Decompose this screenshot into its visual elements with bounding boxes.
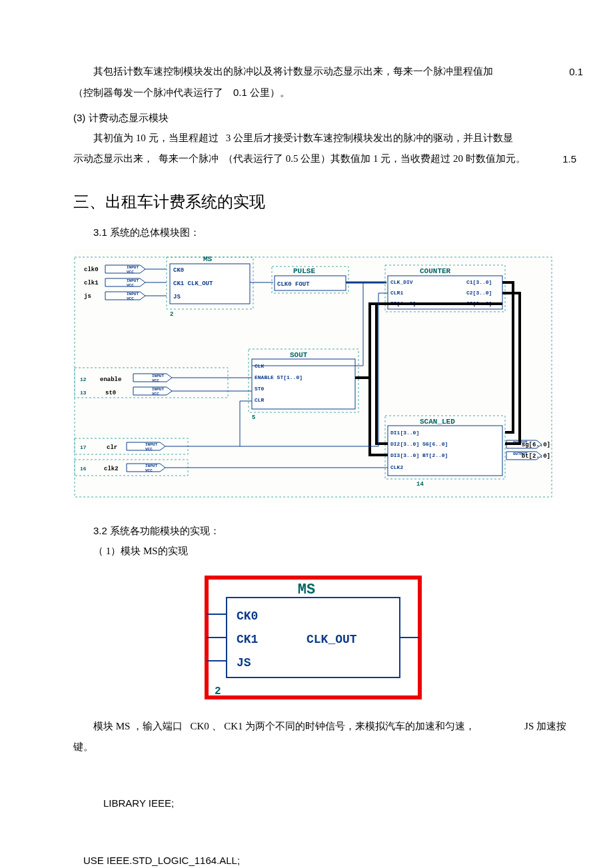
svg-text:DI3[3..0]  BT[2..0]: DI3[3..0] BT[2..0] [390,452,448,458]
svg-text:13: 13 [80,390,87,396]
p3-suffix: JS 加速按 [504,717,566,735]
svg-text:CK0: CK0 [173,267,184,274]
svg-text:C1[3..0]: C1[3..0] [466,279,492,285]
label-bt-out: bt[2..0] [522,453,550,460]
svg-text:SOUT: SOUT [290,351,308,359]
block-diagram-ms: MS CK0 CK1 CLK_OUT JS 2 [173,571,440,704]
svg-marker-10 [105,292,145,300]
p2-suffix: 1.5 [562,150,576,168]
label-sg-out: sg[6..0] [522,442,550,448]
p2-l2b: 每来一个脉冲 [159,153,219,164]
code-block: LIBRARY IEEE; USE IEEE.STD_LOGIC_1164.AL… [83,756,540,868]
paragraph-3-line1: 模块 MS ，输入端口 CK0 、 CK1 为两个不同的时钟信号，来模拟汽车的加… [73,717,540,735]
svg-text:INPUT: INPUT [145,442,157,447]
svg-text:VCC: VCC [127,296,134,301]
heading-section-3: 三、出租车计费系统的实现 [73,188,540,217]
p1-text: 其包括计数车速控制模块发出的脉冲以及将计数显示动态显示出来，每来一个脉冲里程值加 [93,66,493,77]
label-clr: clr [107,444,117,451]
svg-text:CLK_DIV: CLK_DIV [390,279,413,285]
svg-text:VCC: VCC [152,392,159,396]
block-diagram-overall: clk0 INPUT VCC clk1 INPUT VCC js INPUT V… [73,249,553,502]
svg-text:VCC: VCC [145,447,153,452]
paragraph-2-line2: 示动态显示出来， 每来一个脉冲 （代表运行了 0.5 公里）其数值加 1 元，当… [73,150,540,168]
label-clk0: clk0 [84,266,99,273]
svg-text:INPUT: INPUT [127,265,139,270]
p3-l1a: 模块 MS ，输入端口 [93,721,183,731]
section-3-2-1: （ 1）模块 MS的实现 [93,542,540,560]
label-clk1: clk1 [84,280,99,286]
svg-text:DI2[3..0]  SG[6..0]: DI2[3..0] SG[6..0] [390,441,448,447]
paragraph-1-line1: 其包括计数车速控制模块发出的脉冲以及将计数显示动态显示出来，每来一个脉冲里程值加… [73,63,540,81]
label-js: js [84,293,91,300]
svg-text:2: 2 [170,311,173,318]
svg-text:2: 2 [215,685,221,697]
svg-text:CLR: CLR [255,397,265,403]
svg-text:CLR1: CLR1 [390,290,403,296]
section-3-title: (3) 计费动态显示模块 [73,109,540,127]
p2-l2c: （代表运行了 0.5 公里）其数值加 1 元，当收费超过 20 时数值加元。 [223,153,526,164]
svg-text:VCC: VCC [127,283,134,288]
svg-text:INPUT: INPUT [152,387,164,392]
svg-text:CK1: CK1 [237,633,259,646]
svg-text:JS: JS [173,294,181,300]
section-3-2: 3.2 系统各功能模块的实现： [93,522,540,540]
svg-text:VCC: VCC [145,468,153,473]
svg-marker-2 [105,265,145,273]
p2-l2a: 示动态显示出来， [73,153,153,164]
svg-text:JS: JS [237,656,251,669]
svg-text:VCC: VCC [127,270,134,274]
p1-l2b: 0.1 公里）。 [233,87,290,98]
p1-l2a: （控制器每发一个脉冲代表运行了 [73,87,223,98]
p1-suffix: 0.1 [549,63,583,81]
svg-text:CK0: CK0 [237,610,258,623]
svg-text:INPUT: INPUT [127,292,139,296]
svg-text:14: 14 [416,481,424,488]
svg-text:C2[3..0]: C2[3..0] [466,290,492,296]
svg-text:PULSE: PULSE [293,267,315,275]
svg-text:17: 17 [80,444,87,450]
svg-text:VCC: VCC [152,378,159,383]
svg-text:16: 16 [80,466,87,472]
code-line-2: USE IEEE.STD_LOGIC_1164.ALL; [83,851,540,868]
svg-text:COUNTER: COUNTER [420,267,451,275]
paragraph-1-line2: （控制器每发一个脉冲代表运行了 0.1 公里）。 [73,83,540,102]
label-st0: st0 [105,390,116,396]
svg-text:INPUT: INPUT [152,374,164,378]
svg-text:INPUT: INPUT [127,278,139,283]
svg-text:12: 12 [80,376,87,382]
svg-text:5: 5 [252,414,255,421]
p2-l1a: 其初值为 10 元，当里程超过 [93,133,219,143]
svg-marker-6 [105,278,145,286]
svg-text:MS: MS [298,582,315,598]
svg-text:DI1[3..0]: DI1[3..0] [390,430,419,436]
label-enable: enable [100,376,121,383]
svg-text:MS: MS [203,255,213,263]
svg-text:ST0: ST0 [255,386,265,392]
p3-l1b: CK0 、 CK1 为两个不同的时钟信号，来模拟汽车的加速和匀速， [190,721,475,731]
code-line-1: LIBRARY IEEE; [103,794,540,813]
p2-l1b: 3 公里后才接受计数车速控制模块发出的脉冲的驱动，并且计数显 [226,133,513,143]
svg-rect-37 [252,359,355,409]
svg-text:CK1  CLK_OUT: CK1 CLK_OUT [173,280,213,287]
svg-text:INPUT: INPUT [145,464,157,468]
paragraph-3-line2: 键。 [73,738,540,756]
svg-text:SCAN_LED: SCAN_LED [420,418,455,426]
paragraph-2-line1: 其初值为 10 元，当里程超过 3 公里后才接受计数车速控制模块发出的脉冲的驱动… [73,129,540,147]
section-3-1: 3.1 系统的总体模块图： [93,223,540,241]
svg-text:ENABLE  ST[1..0]: ENABLE ST[1..0] [255,374,303,380]
svg-text:CLK_OUT: CLK_OUT [306,633,357,646]
svg-text:CLK2: CLK2 [390,464,403,470]
label-clk2: clk2 [104,466,119,472]
svg-text:CLK0  FOUT: CLK0 FOUT [277,281,310,288]
